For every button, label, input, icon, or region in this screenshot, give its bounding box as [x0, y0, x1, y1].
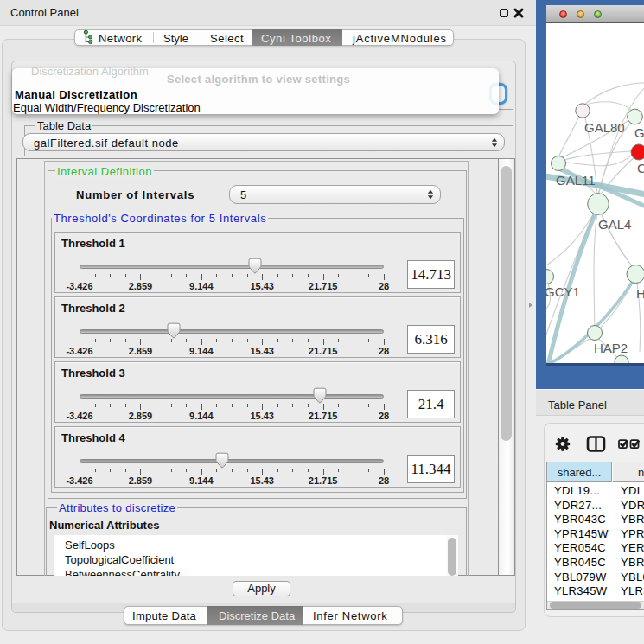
svg-text:HAP2: HAP2 — [594, 341, 628, 355]
svg-text:GCY1: GCY1 — [546, 284, 580, 299]
svg-text:GAL4: GAL4 — [598, 217, 631, 232]
svg-text:GAL11: GAL11 — [556, 173, 596, 188]
svg-text:G: G — [634, 125, 644, 140]
svg-text:C: C — [637, 161, 644, 175]
svg-text:H: H — [636, 286, 644, 301]
svg-text:GAL80: GAL80 — [584, 120, 625, 135]
